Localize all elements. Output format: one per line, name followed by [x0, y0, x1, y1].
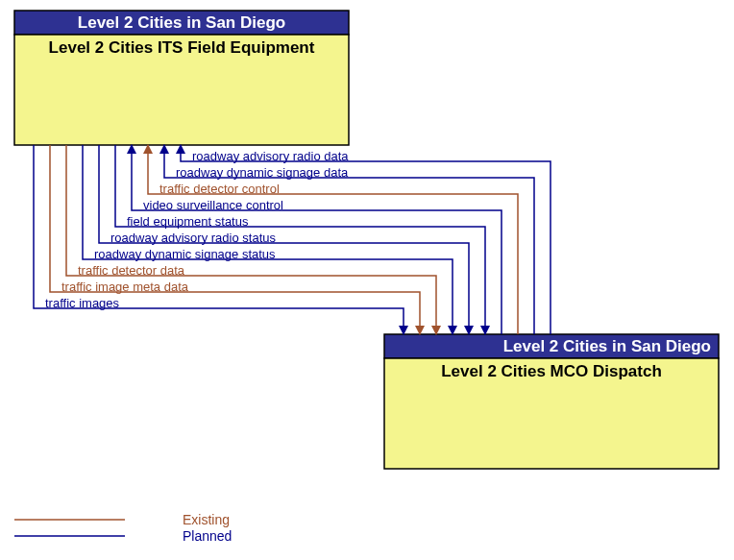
legend-planned: Planned	[183, 528, 232, 544]
source-header: Level 2 Cities in San Diego	[78, 13, 285, 32]
flow-label: roadway advisory radio data	[192, 149, 349, 163]
source-body: Level 2 Cities ITS Field Equipment	[49, 38, 315, 57]
flow-label: video surveillance control	[143, 198, 283, 212]
source-box: Level 2 Cities in San Diego Level 2 Citi…	[14, 11, 349, 145]
flows: roadway advisory radio dataroadway dynam…	[34, 145, 550, 334]
flow-label: traffic images	[45, 296, 120, 310]
flow-label: field equipment status	[127, 214, 249, 229]
flow-label: traffic image meta data	[61, 280, 189, 294]
target-body: Level 2 Cities MCO Dispatch	[441, 362, 662, 380]
target-header: Level 2 Cities in San Diego	[503, 337, 711, 355]
flow-label: traffic detector data	[78, 263, 185, 278]
target-box: Level 2 Cities in San Diego Level 2 Citi…	[384, 334, 719, 469]
flow-label: traffic detector control	[159, 182, 280, 196]
architecture-diagram: Level 2 Cities in San Diego Level 2 Citi…	[0, 0, 734, 560]
legend-existing: Existing	[183, 512, 230, 527]
legend: Existing Planned	[14, 512, 232, 544]
flow-label: roadway dynamic signage data	[176, 165, 349, 180]
flow-label: roadway dynamic signage status	[94, 247, 276, 261]
flow-label: roadway advisory radio status	[110, 231, 276, 245]
